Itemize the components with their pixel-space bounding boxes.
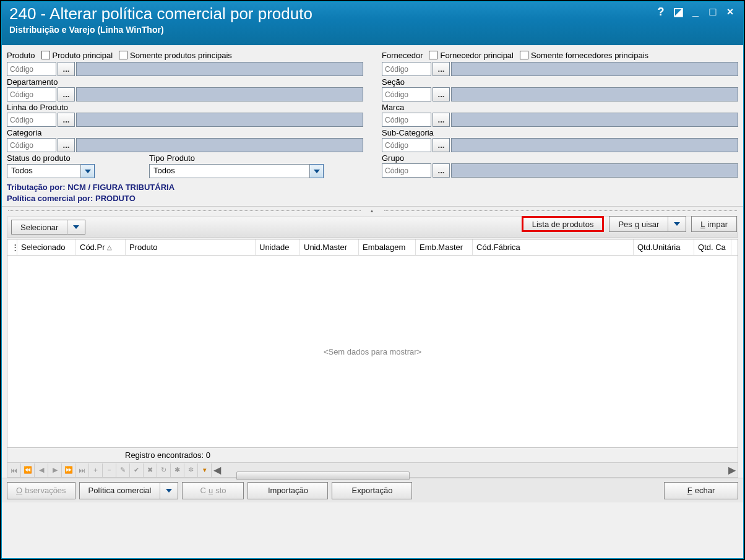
- hscroll-right-icon[interactable]: ▶: [726, 464, 738, 476]
- label-linha: Linha do Produto: [7, 103, 363, 112]
- grupo-codigo-input[interactable]: [382, 163, 431, 178]
- field-produto: Produto Produto principal Somente produt…: [7, 49, 363, 76]
- chk-somente-fornecedores-principais[interactable]: Somente fornecedores principais: [520, 51, 648, 60]
- grid-header: ⋮≡ Selecionado Cód.Pr Produto Unidade Un…: [7, 239, 738, 256]
- info-tributacao: Tributação por: NCM / FIGURA TRIBUTÁRIA: [7, 182, 363, 193]
- col-codpr[interactable]: Cód.Pr: [76, 239, 126, 255]
- categoria-browse-button[interactable]: ...: [58, 138, 75, 152]
- chevron-down-icon: [85, 170, 91, 173]
- checkbox-icon[interactable]: [429, 51, 437, 59]
- field-categoria: Categoria ...: [7, 128, 363, 152]
- selecionar-button[interactable]: Selecionar: [11, 220, 67, 235]
- maximize-icon[interactable]: □: [706, 6, 720, 18]
- lista-produtos-button[interactable]: Lista de produtos: [522, 216, 605, 232]
- tipo-produto-dropdown[interactable]: Todos: [149, 164, 310, 178]
- secao-browse-button[interactable]: ...: [433, 87, 450, 101]
- label-status: Status do produto: [7, 153, 131, 163]
- chk-produto-principal[interactable]: Produto principal: [41, 51, 113, 60]
- linha-browse-button[interactable]: ...: [58, 113, 75, 127]
- selecionar-dropdown-arrow[interactable]: [67, 220, 85, 235]
- col-produto[interactable]: Produto: [126, 239, 256, 255]
- nav-refresh-icon[interactable]: ↻: [157, 463, 171, 477]
- status-dropdown[interactable]: Todos: [7, 164, 81, 178]
- grupo-browse-button[interactable]: ...: [433, 163, 450, 178]
- subcategoria-codigo-input[interactable]: [382, 138, 431, 152]
- linha-desc: [76, 113, 363, 127]
- observacoes-button[interactable]: Observações: [7, 482, 75, 499]
- nav-bookmark2-icon[interactable]: ✲: [184, 463, 198, 477]
- nav-filter-icon[interactable]: ▾: [198, 463, 212, 477]
- col-codfabrica[interactable]: Cód.Fábrica: [473, 239, 634, 255]
- label-categoria: Categoria: [7, 128, 363, 137]
- departamento-browse-button[interactable]: ...: [58, 87, 75, 101]
- subcategoria-browse-button[interactable]: ...: [433, 138, 450, 152]
- custo-button[interactable]: Custo: [182, 482, 244, 499]
- label-fornecedor: Fornecedor: [382, 51, 423, 60]
- col-embmaster[interactable]: Emb.Master: [416, 239, 473, 255]
- record-navigator: ⏮ ⏪ ◀ ▶ ⏩ ⏭ ＋ － ✎ ✔ ✖ ↻ ✱ ✲ ▾ ◀ ▶: [7, 463, 738, 478]
- hscroll-thumb[interactable]: [236, 472, 410, 480]
- col-embalagem[interactable]: Embalagem: [359, 239, 416, 255]
- produto-codigo-input[interactable]: [7, 62, 56, 76]
- politica-comercial-button[interactable]: Política comercial: [79, 482, 160, 499]
- nav-cancel-icon[interactable]: ✖: [144, 463, 157, 477]
- col-qtdunitaria[interactable]: Qtd.Unitária: [634, 239, 694, 255]
- checkbox-icon[interactable]: [119, 51, 127, 59]
- fornecedor-browse-button[interactable]: ...: [433, 62, 450, 76]
- marca-browse-button[interactable]: ...: [433, 113, 450, 127]
- linha-codigo-input[interactable]: [7, 113, 56, 127]
- fechar-button[interactable]: Fechar: [664, 482, 738, 499]
- categoria-codigo-input[interactable]: [7, 138, 56, 152]
- chk-somente-produtos-principais[interactable]: Somente produtos principais: [119, 51, 232, 60]
- tipo-dropdown-arrow[interactable]: [310, 164, 324, 178]
- col-unidade[interactable]: Unidade: [256, 239, 300, 255]
- status-dropdown-arrow[interactable]: [81, 164, 95, 178]
- nav-edit-icon[interactable]: ✎: [116, 463, 130, 477]
- title-bar: 240 - Alterar política comercial por pro…: [2, 2, 743, 45]
- nav-bookmark-icon[interactable]: ✱: [171, 463, 184, 477]
- splitter-handle[interactable]: ▴: [2, 207, 743, 214]
- nav-prev-icon[interactable]: ◀: [35, 463, 48, 477]
- col-qtdca[interactable]: Qtd. Ca: [694, 239, 731, 255]
- checkbox-icon[interactable]: [520, 51, 528, 59]
- secao-codigo-input[interactable]: [382, 87, 431, 101]
- chk-fornecedor-principal[interactable]: Fornecedor principal: [429, 51, 514, 60]
- limpar-button[interactable]: Limpar: [691, 216, 737, 232]
- nav-next-page-icon[interactable]: ⏩: [62, 463, 75, 477]
- field-secao: Seção ...: [382, 77, 738, 101]
- title-controls: ? ◪ _ □ ×: [654, 6, 737, 18]
- filter-panel: Produto Produto principal Somente produt…: [2, 45, 743, 207]
- col-unidmaster[interactable]: Unid.Master: [300, 239, 359, 255]
- departamento-codigo-input[interactable]: [7, 87, 56, 101]
- field-fornecedor: Fornecedor Fornecedor principal Somente …: [382, 49, 738, 76]
- importacao-button[interactable]: Importação: [248, 482, 328, 499]
- secao-desc: [451, 87, 738, 101]
- nav-post-icon[interactable]: ✔: [130, 463, 144, 477]
- nav-add-icon[interactable]: ＋: [89, 463, 103, 477]
- nav-next-icon[interactable]: ▶: [48, 463, 62, 477]
- grid-indicator-col[interactable]: ⋮≡: [7, 239, 17, 255]
- politica-dropdown-arrow[interactable]: [160, 482, 178, 499]
- label-subcategoria: Sub-Categoria: [382, 128, 738, 137]
- nav-prev-page-icon[interactable]: ⏪: [21, 463, 35, 477]
- pesquisar-dropdown-arrow[interactable]: [668, 216, 686, 232]
- marca-codigo-input[interactable]: [382, 113, 431, 127]
- restore-icon[interactable]: ◪: [671, 6, 685, 18]
- fornecedor-codigo-input[interactable]: [382, 62, 431, 76]
- nav-last-icon[interactable]: ⏭: [75, 463, 89, 477]
- help-icon[interactable]: ?: [654, 6, 668, 18]
- chevron-down-icon: [166, 489, 172, 493]
- checkbox-icon[interactable]: [41, 51, 50, 59]
- exportacao-button[interactable]: Exportação: [332, 482, 412, 499]
- close-icon[interactable]: ×: [723, 6, 737, 18]
- nav-delete-icon[interactable]: －: [103, 463, 116, 477]
- grupo-desc: [451, 163, 738, 178]
- action-buttons: Lista de produtos Pesquisar Limpar: [522, 216, 737, 232]
- col-selecionado[interactable]: Selecionado: [17, 239, 76, 255]
- label-tipo-produto: Tipo Produto: [149, 153, 335, 163]
- produto-browse-button[interactable]: ...: [58, 62, 75, 76]
- nav-first-icon[interactable]: ⏮: [7, 463, 21, 477]
- minimize-icon[interactable]: _: [689, 6, 702, 18]
- hscroll-left-icon[interactable]: ◀: [212, 464, 223, 476]
- pesquisar-button[interactable]: Pesquisar: [609, 216, 668, 232]
